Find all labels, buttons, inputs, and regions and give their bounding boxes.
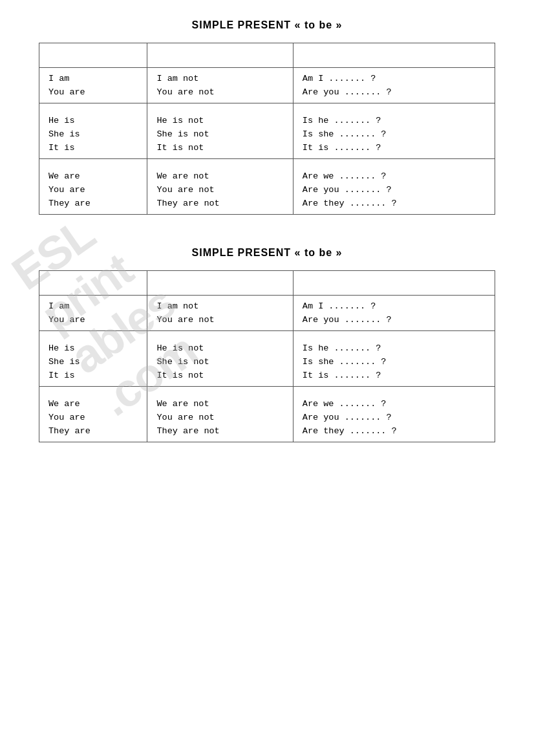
s2-row-i-am-q: Am I ....... ? (303, 299, 486, 313)
table-row: We are You are They are We are not You a… (39, 387, 495, 442)
s2-row-he-aff: He is (48, 341, 138, 355)
row-she-aff: She is (48, 127, 138, 141)
s2-affirmative-cell-g2: He is She is It is (39, 331, 147, 387)
row-it-neg: It is not (156, 141, 283, 155)
s2-row-i-am-aff: I am (48, 299, 138, 313)
s2-row-it-q: It is ....... ? (303, 369, 486, 382)
row-i-am-q: Am I ....... ? (303, 72, 486, 85)
row-you2-neg: You are not (156, 183, 283, 197)
row-i-am-aff: I am (48, 72, 138, 85)
question-cell-g2: Is he ....... ? Is she ....... ? It is .… (293, 103, 495, 159)
table-header-row-2 (39, 271, 495, 296)
row-they-neg: They are not (156, 197, 283, 210)
row-we-q: Are we ....... ? (303, 169, 486, 183)
affirmative-cell-g2: He is She is It is (39, 103, 147, 159)
s2-row-he-q: Is he ....... ? (303, 341, 486, 355)
s2-row-we-aff: We are (48, 397, 138, 411)
s2-row-he-neg: He is not (156, 341, 283, 355)
s2-row-they-q: Are they ....... ? (303, 424, 486, 438)
affirmative-cell-g3: We are You are They are (39, 159, 147, 215)
s2-row-we-q: Are we ....... ? (303, 397, 486, 411)
row-you-are-aff: You are (48, 85, 138, 99)
negative-cell-g1: I am not You are not (147, 68, 293, 103)
s2-row-she-neg: She is not (156, 355, 283, 369)
s2-question-cell-g3: Are we ....... ? Are you ....... ? Are t… (293, 387, 495, 442)
s2-negative-cell-g3: We are not You are not They are not (147, 387, 293, 442)
row-we-aff: We are (48, 169, 138, 183)
header-col2 (147, 43, 293, 68)
table-row: I am You are I am not You are not Am I .… (39, 68, 495, 103)
row-they-q: Are they ....... ? (303, 197, 486, 210)
header-col1 (39, 43, 147, 68)
s2-row-they-aff: They are (48, 424, 138, 438)
row-you2-q: Are you ....... ? (303, 183, 486, 197)
row-it-aff: It is (48, 141, 138, 155)
negative-cell-g3: We are not You are not They are not (147, 159, 293, 215)
s2-row-she-q: Is she ....... ? (303, 355, 486, 369)
row-she-q: Is she ....... ? (303, 127, 486, 141)
s2-row-you-are-q: Are you ....... ? (303, 313, 486, 327)
section1-title: SIMPLE PRESENT « to be » (39, 19, 495, 31)
row-they-aff: They are (48, 197, 138, 210)
question-cell-g1: Am I ....... ? Are you ....... ? (293, 68, 495, 103)
row-it-q: It is ....... ? (303, 141, 486, 155)
s2-row-you-are-neg: You are not (156, 313, 283, 327)
section-2: SIMPLE PRESENT « to be » I am You are I … (39, 247, 495, 442)
section2-title: SIMPLE PRESENT « to be » (39, 247, 495, 259)
row-she-neg: She is not (156, 127, 283, 141)
s2-question-cell-g1: Am I ....... ? Are you ....... ? (293, 296, 495, 331)
row-he-q: Is he ....... ? (303, 114, 486, 127)
row-we-neg: We are not (156, 169, 283, 183)
row-he-neg: He is not (156, 114, 283, 127)
table-row: He is She is It is He is not She is not … (39, 331, 495, 387)
question-cell-g3: Are we ....... ? Are you ....... ? Are t… (293, 159, 495, 215)
row-he-aff: He is (48, 114, 138, 127)
row-you-are-neg: You are not (156, 85, 283, 99)
s2-affirmative-cell-g1: I am You are (39, 296, 147, 331)
s2-row-you2-aff: You are (48, 411, 138, 424)
header-col2-2 (147, 271, 293, 296)
s2-affirmative-cell-g3: We are You are They are (39, 387, 147, 442)
s2-row-i-am-neg: I am not (156, 299, 283, 313)
section-1: SIMPLE PRESENT « to be » I am You are I … (39, 19, 495, 215)
header-col3 (293, 43, 495, 68)
s2-row-it-neg: It is not (156, 369, 283, 382)
s2-row-she-aff: She is (48, 355, 138, 369)
s2-row-they-neg: They are not (156, 424, 283, 438)
s2-row-it-aff: It is (48, 369, 138, 382)
section1-table: I am You are I am not You are not Am I .… (39, 43, 495, 215)
s2-negative-cell-g2: He is not She is not It is not (147, 331, 293, 387)
row-you2-aff: You are (48, 183, 138, 197)
table-row: He is She is It is He is not She is not … (39, 103, 495, 159)
section2-table: I am You are I am not You are not Am I .… (39, 270, 495, 442)
s2-row-you2-q: Are you ....... ? (303, 411, 486, 424)
s2-row-you2-neg: You are not (156, 411, 283, 424)
header-col1-2 (39, 271, 147, 296)
row-you-are-q: Are you ....... ? (303, 85, 486, 99)
header-col3-2 (293, 271, 495, 296)
table-header-row (39, 43, 495, 68)
s2-row-we-neg: We are not (156, 397, 283, 411)
negative-cell-g2: He is not She is not It is not (147, 103, 293, 159)
row-i-am-neg: I am not (156, 72, 283, 85)
table-row: We are You are They are We are not You a… (39, 159, 495, 215)
table-row: I am You are I am not You are not Am I .… (39, 296, 495, 331)
s2-row-you-are-aff: You are (48, 313, 138, 327)
affirmative-cell-g1: I am You are (39, 68, 147, 103)
s2-question-cell-g2: Is he ....... ? Is she ....... ? It is .… (293, 331, 495, 387)
s2-negative-cell-g1: I am not You are not (147, 296, 293, 331)
